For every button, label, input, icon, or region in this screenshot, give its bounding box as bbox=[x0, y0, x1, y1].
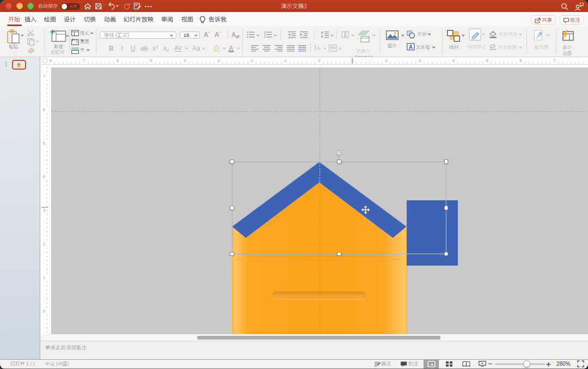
svg-text:3: 3 bbox=[264, 35, 266, 38]
svg-text:3: 3 bbox=[419, 59, 421, 63]
svg-text:8: 8 bbox=[50, 59, 52, 63]
svg-text:6: 6 bbox=[519, 59, 522, 63]
svg-text:A: A bbox=[317, 46, 321, 51]
svg-text:3: 3 bbox=[43, 208, 45, 212]
svg-text:A: A bbox=[409, 44, 413, 50]
svg-text:1: 1 bbox=[43, 276, 45, 280]
svg-text:7: 7 bbox=[43, 74, 45, 78]
svg-text:5: 5 bbox=[486, 59, 488, 63]
svg-text:5: 5 bbox=[150, 59, 152, 63]
svg-text:4: 4 bbox=[43, 175, 45, 179]
svg-text:2: 2 bbox=[385, 59, 388, 63]
svg-text:6: 6 bbox=[117, 59, 119, 63]
svg-text:6: 6 bbox=[43, 108, 45, 112]
svg-text:4: 4 bbox=[452, 59, 455, 63]
svg-text:2: 2 bbox=[43, 242, 45, 246]
svg-text:7: 7 bbox=[83, 59, 85, 63]
svg-text:7: 7 bbox=[553, 59, 555, 63]
svg-text:5: 5 bbox=[43, 142, 45, 145]
svg-text:1: 1 bbox=[285, 59, 287, 63]
svg-text:2: 2 bbox=[251, 59, 253, 63]
svg-text:4: 4 bbox=[183, 59, 186, 63]
svg-text:0: 0 bbox=[43, 309, 45, 313]
svg-text:3: 3 bbox=[217, 59, 219, 63]
svg-text:0: 0 bbox=[318, 59, 320, 63]
